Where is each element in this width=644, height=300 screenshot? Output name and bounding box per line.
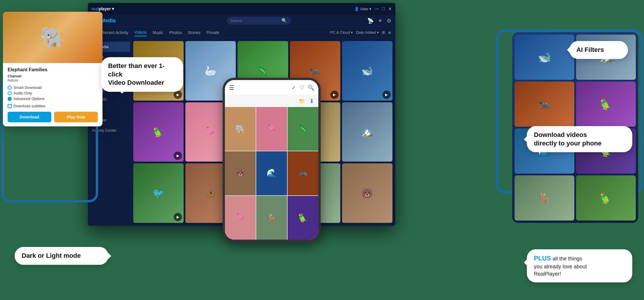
option-smart-download[interactable]: Smart Download	[8, 85, 98, 90]
title-bar: realplayer ▾ 👤 User ▾ — □ ✕	[88, 3, 395, 15]
phone-menu-icon[interactable]: ☰	[229, 84, 234, 91]
pc-cloud-filter[interactable]: PC & Cloud ▾	[330, 30, 353, 35]
phone-check-icon[interactable]: ✓	[292, 84, 296, 91]
option-audio-only[interactable]: Audio Only	[8, 91, 98, 95]
audio-only-label: Audio Only	[13, 91, 32, 95]
settings-icon[interactable]: ⚙	[387, 18, 391, 24]
popup-body: Elephant Families Channel Nature Smart D…	[3, 63, 103, 126]
phone-cell-9[interactable]: 🦜	[288, 196, 318, 240]
brightness-icon[interactable]: ☀	[378, 18, 382, 24]
phone-cell-3[interactable]: 🦎	[288, 107, 318, 151]
media-thumb-10[interactable]: 🏔️	[342, 102, 392, 162]
search-icon: 🔍	[281, 18, 287, 23]
phone-heart-icon[interactable]: ♡	[300, 84, 304, 91]
title-bar-left: realplayer ▾	[91, 6, 114, 11]
option-advanced[interactable]: Advanced Options	[8, 96, 98, 101]
rp-cell-8[interactable]: 🦜	[576, 175, 636, 221]
callout-dark-text: Dark or Light mode	[22, 252, 101, 260]
callout-dark-mode: Dark or Light mode	[15, 247, 108, 265]
smart-download-label: Smart Download	[13, 85, 42, 90]
radio-advanced	[8, 97, 12, 101]
phone-header: ☰ ✓ ♡ 🔍	[225, 80, 318, 95]
tab-private[interactable]: Private	[206, 29, 219, 36]
title-bar-right: 👤 User ▾ — □ ✕	[354, 7, 392, 11]
callout-phone-download: Download videosdirectly to your phone	[527, 126, 632, 152]
callout-plus-text: PLUS all the thingsyou already love abou…	[534, 254, 625, 278]
date-added-filter[interactable]: Date Added ▾	[356, 30, 379, 35]
search-input[interactable]	[230, 18, 281, 23]
phone-cell-4[interactable]: 🐻	[225, 151, 256, 195]
phone-search-icon[interactable]: 🔍	[308, 84, 314, 91]
radio-audio-only	[8, 91, 12, 95]
cast-icon[interactable]: 📡	[367, 18, 374, 24]
tab-videos[interactable]: Videos	[134, 29, 147, 36]
phone-cell-1[interactable]: 🐘	[225, 107, 256, 151]
phone-media-grid: 🐘 🦩 🦎 🐻 🌊 🐜 🦩 🦌 🦜	[225, 107, 318, 240]
popup-channel-label: Channel	[8, 74, 98, 78]
rp-cell-7[interactable]: 🦌	[515, 175, 574, 221]
phone-header-icons: ✓ ♡ 🔍	[292, 84, 314, 91]
user-menu[interactable]: 👤 User ▾	[354, 7, 371, 11]
user-label: User ▾	[360, 7, 371, 11]
phone-cell-2[interactable]: 🦩	[256, 107, 287, 151]
maximize-button[interactable]: □	[381, 7, 385, 11]
popup-options: Smart Download Audio Only Advanced Optio…	[8, 85, 98, 101]
callout-downloader-text: Better than ever 1-clickVideo Downloader	[108, 62, 176, 87]
rp-cell-1[interactable]: 🐋	[515, 35, 574, 80]
download-button[interactable]: Download	[8, 112, 51, 122]
advanced-options-label: Advanced Options	[13, 96, 45, 101]
grid-view-icon[interactable]: ⊞	[382, 30, 385, 35]
rp-cell-3[interactable]: 🐜	[515, 82, 574, 127]
close-button[interactable]: ✕	[388, 7, 392, 11]
video-popup: 🐘 Elephant Families Channel Nature Smart…	[3, 12, 103, 126]
popup-thumbnail: 🐘	[3, 12, 103, 63]
phone-toolbar: 📁 ⬇	[225, 95, 318, 107]
media-thumb-6[interactable]: 🦜▶	[133, 102, 184, 162]
media-thumb-5[interactable]: 🐋▶	[342, 41, 392, 101]
phone-folder-icon[interactable]: 📁	[299, 98, 305, 104]
tab-music[interactable]: Music	[153, 29, 163, 36]
tab-stories[interactable]: Stories	[188, 29, 201, 36]
phone-cell-6[interactable]: 🐜	[288, 151, 318, 195]
media-thumb-11[interactable]: 🐦▶	[133, 163, 184, 223]
callout-downloader: Better than ever 1-clickVideo Downloader	[101, 57, 183, 92]
subtitle-label: Download subtitles	[13, 104, 45, 108]
phone-mockup: ☰ ✓ ♡ 🔍 📁 ⬇ 🐘 🦩 🦎 🐻 🌊 🐜 🦩 🦌 🦜	[223, 78, 321, 242]
rp-cell-4[interactable]: 🦜	[576, 82, 636, 127]
callout-plus: PLUS all the thingsyou already love abou…	[527, 249, 632, 282]
radio-smart-download	[8, 86, 12, 90]
minimize-button[interactable]: —	[375, 7, 379, 11]
phone-cell-7[interactable]: 🦩	[225, 196, 256, 240]
popup-buttons: Download Play Now	[8, 112, 98, 122]
tab-recent-activity[interactable]: Recent Activity	[102, 29, 129, 36]
search-bar[interactable]: 🔍	[227, 17, 291, 25]
media-thumb-15[interactable]: 🐻	[342, 163, 392, 223]
callout-ai-filters: AI Filters	[569, 41, 628, 59]
toolbar-icons: 📡 ☀ ⚙	[367, 18, 391, 24]
toolbar: My Media 🔍 📡 ☀ ⚙	[88, 15, 395, 27]
nav-filters: PC & Cloud ▾ Date Added ▾ ⊞ ≣	[330, 30, 391, 35]
callout-phone-text: Download videosdirectly to your phone	[534, 131, 625, 148]
subtitle-row[interactable]: Download subtitles	[8, 104, 98, 108]
popup-channel-value: Nature	[8, 78, 98, 82]
callout-ai-text: AI Filters	[576, 46, 621, 54]
sort-icon[interactable]: ≣	[388, 30, 391, 35]
play-now-button[interactable]: Play Now	[54, 112, 98, 122]
tab-photos[interactable]: Photos	[169, 29, 182, 36]
phone-cell-5[interactable]: 🌊	[256, 151, 287, 195]
phone-download-icon[interactable]: ⬇	[309, 98, 314, 105]
nav-tabs: ‹ Recent Activity Videos Music Photos St…	[88, 27, 395, 38]
app-logo: realplayer ▾	[91, 6, 114, 11]
phone-screen: ☰ ✓ ♡ 🔍 📁 ⬇ 🐘 🦩 🦎 🐻 🌊 🐜 🦩 🦌 🦜	[225, 80, 318, 240]
phone-cell-8[interactable]: 🦌	[256, 196, 287, 240]
subtitle-checkbox[interactable]	[8, 104, 12, 108]
popup-title: Elephant Families	[8, 67, 98, 72]
window-controls: — □ ✕	[375, 7, 392, 11]
plus-word: PLUS	[534, 255, 551, 262]
